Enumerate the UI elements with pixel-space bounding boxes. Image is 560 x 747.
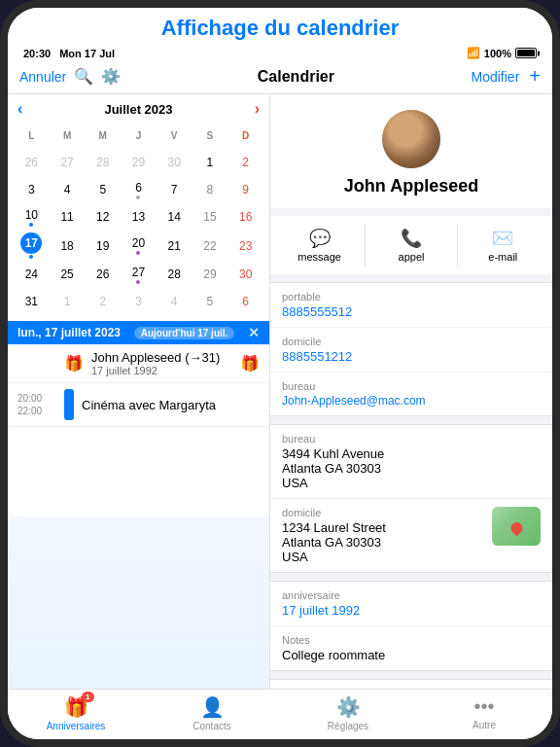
cal-day-5-next[interactable]: 5 bbox=[192, 288, 228, 315]
cal-day-20[interactable]: 20 bbox=[121, 231, 157, 261]
email-icon: ✉️ bbox=[492, 228, 513, 249]
cal-day-6-next[interactable]: 6 bbox=[228, 288, 263, 315]
cal-day-23[interactable]: 23 bbox=[228, 231, 263, 261]
cal-day-18[interactable]: 18 bbox=[50, 231, 86, 261]
cal-day-29[interactable]: 29 bbox=[192, 261, 228, 288]
avatar-image bbox=[382, 110, 440, 168]
cal-day-31[interactable]: 31 bbox=[14, 288, 50, 315]
cal-day-28[interactable]: 28 bbox=[157, 261, 192, 288]
frosted-area bbox=[8, 516, 269, 689]
app-content: Annuler 🔍 ⚙️ Calendrier Modifier + ‹ Jui… bbox=[8, 61, 552, 739]
cal-day-16[interactable]: 16 bbox=[228, 203, 263, 231]
event-count-label: Aujourd'hui 17 juil. bbox=[134, 327, 235, 339]
cal-day-30[interactable]: 30 bbox=[228, 261, 263, 288]
contacts-label: Contacts bbox=[192, 721, 230, 731]
cal-day-17-selected[interactable]: 17 bbox=[14, 231, 50, 261]
autre-icon: ••• bbox=[473, 695, 494, 718]
cal-day-19[interactable]: 19 bbox=[85, 231, 121, 261]
notes-row: Notes College roommate bbox=[270, 626, 552, 670]
domicile-phone-value[interactable]: 8885551212 bbox=[282, 349, 541, 364]
cal-day-30-prev[interactable]: 30 bbox=[157, 149, 192, 176]
contact-phone-section: portable 8885555512 domicile 8885551212 … bbox=[270, 282, 552, 416]
status-bar: 20:30 Mon 17 Jul 📶 100% bbox=[8, 45, 552, 61]
main-area: ‹ Juillet 2023 › L M M J V S bbox=[8, 94, 552, 689]
anniversaires-badge-container: 🎁 1 bbox=[64, 695, 88, 719]
event-item-cinema[interactable]: 20:0022:00 Cinéma avec Margaryta bbox=[8, 383, 269, 427]
next-month-button[interactable]: › bbox=[255, 100, 260, 118]
event-time-2: 20:0022:00 bbox=[18, 392, 56, 417]
cal-day-21[interactable]: 21 bbox=[157, 231, 192, 261]
cal-day-3-next[interactable]: 3 bbox=[121, 288, 157, 315]
map-thumbnail[interactable] bbox=[492, 507, 541, 546]
cal-day-28-prev[interactable]: 28 bbox=[85, 149, 121, 176]
cal-day-10[interactable]: 10 bbox=[14, 203, 50, 231]
close-day-button[interactable]: ✕ bbox=[248, 325, 260, 340]
anniversaires-badge: 1 bbox=[82, 692, 93, 702]
portable-label: portable bbox=[282, 291, 541, 302]
event-color-bar bbox=[64, 389, 74, 420]
cal-day-27[interactable]: 27 bbox=[121, 261, 157, 288]
page-title: Affichage du calendrier bbox=[8, 8, 552, 45]
left-panel: ‹ Juillet 2023 › L M M J V S bbox=[8, 94, 270, 689]
cal-day-2-next[interactable]: 2 bbox=[85, 288, 121, 315]
cal-day-8[interactable]: 8 bbox=[192, 176, 228, 203]
cal-day-24[interactable]: 24 bbox=[14, 261, 50, 288]
add-button[interactable]: + bbox=[529, 65, 541, 88]
calendar-grid: L M M J V S D 26 27 28 bbox=[14, 122, 263, 315]
cal-day-5[interactable]: 5 bbox=[85, 176, 121, 203]
cal-day-2[interactable]: 2 bbox=[228, 149, 263, 176]
cal-day-1-next[interactable]: 1 bbox=[50, 288, 86, 315]
notes-label: Notes bbox=[282, 634, 541, 646]
cal-day-25[interactable]: 25 bbox=[50, 261, 86, 288]
cal-day-3[interactable]: 3 bbox=[14, 176, 50, 203]
cal-day-9[interactable]: 9 bbox=[228, 176, 263, 203]
cal-day-27-prev[interactable]: 27 bbox=[50, 149, 86, 176]
cal-day-22[interactable]: 22 bbox=[192, 231, 228, 261]
cal-day-7[interactable]: 7 bbox=[157, 176, 192, 203]
modify-button[interactable]: Modifier bbox=[472, 69, 520, 85]
cal-day-11[interactable]: 11 bbox=[50, 203, 86, 231]
tab-reglages[interactable]: ⚙️ Réglages bbox=[280, 695, 416, 731]
autre-label: Autre bbox=[472, 720, 496, 730]
events-list: 🎁 John Appleseed (→31) 17 juillet 1992 🎁… bbox=[8, 344, 269, 516]
email-label: e-mail bbox=[488, 251, 517, 263]
reglages-icon: ⚙️ bbox=[336, 695, 361, 719]
message-icon: 💬 bbox=[309, 228, 331, 249]
tab-autre[interactable]: ••• Autre bbox=[416, 695, 552, 731]
call-button[interactable]: 📞 appel bbox=[366, 224, 457, 267]
share-card-row[interactable]: Partager cette fiche bbox=[270, 679, 552, 689]
message-button[interactable]: 💬 message bbox=[274, 224, 366, 267]
week-row-4: 17 18 19 20 21 22 23 bbox=[14, 231, 263, 261]
portable-row: portable 8885555512 bbox=[270, 283, 552, 328]
calendar-month-nav: ‹ Juillet 2023 › bbox=[14, 98, 263, 122]
cal-day-26[interactable]: 26 bbox=[85, 261, 121, 288]
selected-day-label: lun., 17 juillet 2023 bbox=[18, 326, 121, 339]
phone-icon: 📞 bbox=[401, 228, 422, 249]
cal-day-4-next[interactable]: 4 bbox=[157, 288, 192, 315]
device-frame: Affichage du calendrier 20:30 Mon 17 Jul… bbox=[0, 0, 560, 747]
status-time: 20:30 Mon 17 Jul bbox=[23, 48, 115, 59]
cal-day-14[interactable]: 14 bbox=[157, 203, 192, 231]
event-item-birthday[interactable]: 🎁 John Appleseed (→31) 17 juillet 1992 🎁 bbox=[8, 344, 269, 383]
email-button[interactable]: ✉️ e-mail bbox=[458, 224, 548, 267]
event-text-1: John Appleseed (→31) 17 juillet 1992 bbox=[91, 350, 232, 376]
cal-day-29-prev[interactable]: 29 bbox=[121, 149, 157, 176]
contact-name: John Appleseed bbox=[344, 176, 478, 196]
cancel-button[interactable]: Annuler bbox=[19, 69, 66, 85]
tab-anniversaires[interactable]: 🎁 1 Anniversaires bbox=[8, 695, 144, 731]
tab-contacts[interactable]: 👤 Contacts bbox=[144, 695, 280, 731]
cal-day-26-prev[interactable]: 26 bbox=[14, 149, 50, 176]
cal-day-1[interactable]: 1 bbox=[192, 149, 228, 176]
day-header-D: D bbox=[228, 122, 263, 149]
cal-day-4[interactable]: 4 bbox=[50, 176, 86, 203]
map-pin-icon bbox=[508, 520, 525, 537]
cal-day-6[interactable]: 6 bbox=[121, 176, 157, 203]
day-header-S: S bbox=[192, 122, 228, 149]
settings-icon[interactable]: ⚙️ bbox=[101, 67, 121, 86]
portable-value[interactable]: 8885555512 bbox=[282, 304, 541, 319]
bureau-email-value[interactable]: John-Appleseed@mac.com bbox=[282, 394, 541, 408]
search-icon[interactable]: 🔍 bbox=[74, 67, 93, 86]
cal-day-15[interactable]: 15 bbox=[192, 203, 228, 231]
cal-day-13[interactable]: 13 bbox=[121, 203, 157, 231]
cal-day-12[interactable]: 12 bbox=[85, 203, 121, 231]
